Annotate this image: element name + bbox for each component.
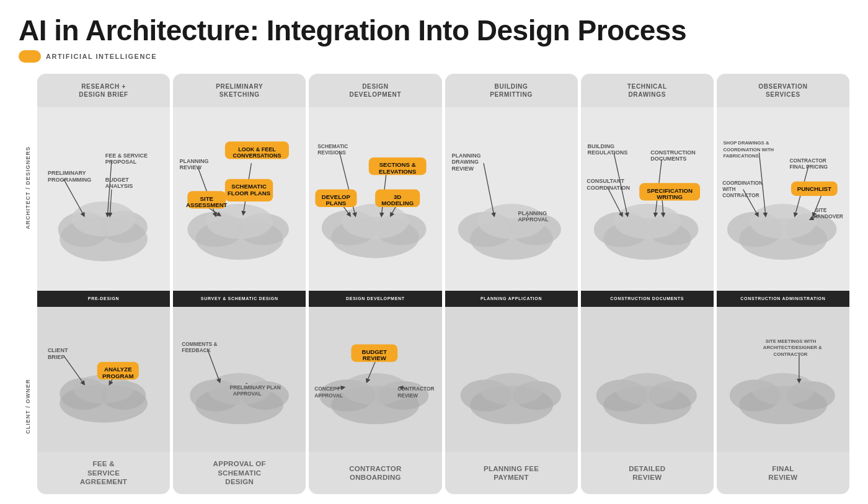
phase6-footer: FINAL REVIEW: [717, 452, 849, 494]
svg-line-4: [64, 179, 84, 214]
svg-text:HANDOVER: HANDOVER: [813, 213, 843, 219]
svg-text:PLANS: PLANS: [326, 200, 347, 206]
phase6-header: OBSERVATION SERVICES: [717, 74, 849, 107]
svg-text:CONTRACTOR: CONTRACTOR: [722, 192, 759, 198]
phase2-arch: LOOK & FEEL CONVERSATIONS SCHEMATIC FLOO…: [173, 107, 306, 291]
phase1-header: RESEARCH + DESIGN BRIEF: [37, 74, 170, 107]
svg-text:CONSTRUCTION: CONSTRUCTION: [650, 149, 696, 155]
phase4-band: PLANNING APPLICATION: [445, 291, 578, 307]
phase-card-1: RESEARCH + DESIGN BRIEF: [37, 74, 170, 494]
svg-point-3: [72, 201, 136, 236]
phase-card-5: TECHNICAL DRAWINGS: [581, 74, 714, 494]
phase1-client: CLIENT BRIEF ANALYZE PROGRAM: [37, 307, 170, 452]
svg-point-99: [479, 373, 543, 405]
client-row-label: CLIENT / OWNER: [19, 319, 37, 494]
svg-text:CONTRACTOR: CONTRACTOR: [397, 386, 434, 392]
svg-text:FINAL PRICING: FINAL PRICING: [789, 164, 828, 170]
svg-text:LOOK & FEEL: LOOK & FEEL: [238, 146, 276, 152]
svg-point-27: [206, 203, 273, 239]
svg-text:APPROVAL: APPROVAL: [233, 391, 262, 397]
row-labels: ARCHITECT / DESIGNERS CLIENT / OWNER: [19, 74, 37, 494]
page-container: AI in Architecture: Integration Into Des…: [0, 0, 868, 504]
svg-text:REVIEW: REVIEW: [451, 165, 474, 171]
svg-text:FLOOR PLANS: FLOOR PLANS: [228, 189, 271, 196]
phase4-client: [445, 307, 578, 452]
svg-text:SITE: SITE: [815, 206, 826, 213]
phase2-client: COMMENTS & FEEDBACK PRELIMINARY PLAN APP…: [173, 307, 306, 452]
svg-text:REVIEW: REVIEW: [363, 355, 387, 361]
svg-text:BUILDING: BUILDING: [587, 143, 614, 149]
phase-card-4: BUILDING PERMITTING: [445, 74, 578, 494]
svg-text:COORDINATION: COORDINATION: [587, 184, 630, 190]
svg-text:COMMENTS &: COMMENTS &: [182, 341, 217, 347]
phase2-band: SURVEY & SCHEMATIC DESIGN: [173, 291, 306, 307]
svg-text:CONTRACTOR: CONTRACTOR: [789, 157, 826, 163]
phase1-footer: FEE & SERVICE AGREEMENT: [37, 452, 170, 494]
svg-line-106: [607, 187, 621, 214]
phase4-footer: PLANNING FEE PAYMENT: [445, 452, 578, 494]
svg-point-124: [750, 203, 817, 239]
phase3-client: BUDGET REVIEW CONCEPT APPROVAL CONTRACTO…: [309, 307, 441, 452]
svg-text:WITH: WITH: [722, 186, 735, 192]
phase3-footer: CONTRACTOR ONBOARDING: [309, 452, 441, 494]
phase-card-2: PRELIMINARY SKETCHING: [173, 74, 306, 494]
phase1-arch: PRELIMINARY PROGRAMMING FEE & SERVICE PR…: [37, 107, 170, 291]
svg-line-46: [208, 349, 219, 381]
svg-text:WRITING: WRITING: [657, 193, 683, 200]
phase6-client: SITE MEETINGS WITH ARCHITECT/DESIGNER & …: [717, 307, 849, 452]
ai-legend-pill: [19, 50, 41, 63]
phase3-band: DESIGN DEVELOPMENT: [309, 291, 441, 307]
svg-text:COORDINATION: COORDINATION: [722, 179, 763, 185]
svg-text:CONVERSATIONS: CONVERSATIONS: [233, 153, 281, 159]
svg-text:ELEVATIONS: ELEVATIONS: [379, 167, 417, 174]
ai-legend-text: ARTIFICIAL INTELLIGENCE: [46, 53, 157, 60]
svg-text:ARCHITECT/DESIGNER &: ARCHITECT/DESIGNER &: [763, 345, 822, 350]
svg-text:FEE & SERVICE: FEE & SERVICE: [105, 153, 148, 159]
architect-row-label: ARCHITECT / DESIGNERS: [19, 74, 37, 302]
svg-text:ASSESSMENT: ASSESSMENT: [186, 201, 228, 208]
svg-text:PLANNING: PLANNING: [180, 158, 209, 164]
svg-text:DRAWING: DRAWING: [451, 159, 479, 165]
svg-point-103: [614, 203, 681, 239]
header: AI in Architecture: Integration Into Des…: [19, 15, 849, 69]
phase1-band: PRE-DESIGN: [37, 291, 170, 307]
svg-line-17: [64, 355, 84, 383]
svg-text:PROPOSAL: PROPOSAL: [105, 159, 137, 165]
svg-text:SCHEMATIC: SCHEMATIC: [318, 143, 348, 149]
diagram-main: ARCHITECT / DESIGNERS CLIENT / OWNER RES…: [19, 74, 849, 494]
phase3-arch: SCHEMATIC REVISIONS SECTIONS & ELEVATION…: [309, 107, 441, 291]
svg-text:CONTRACTOR: CONTRACTOR: [773, 351, 807, 356]
phase6-arch: SHOP DRAWINGS & COORDINATION WITH FABRIC…: [717, 107, 849, 291]
svg-line-89: [483, 163, 494, 215]
phase5-footer: DETAILED REVIEW: [581, 452, 714, 494]
band-spacer: [19, 301, 37, 319]
phase2-header: PRELIMINARY SKETCHING: [173, 74, 306, 107]
svg-text:PROGRAM: PROGRAM: [102, 372, 133, 379]
phase-card-6: OBSERVATION SERVICES: [717, 74, 849, 494]
svg-point-55: [342, 203, 409, 239]
phase6-band: CONSTRUCTION ADMINISTRATION: [717, 291, 849, 307]
svg-text:BRIEF: BRIEF: [48, 353, 65, 360]
phase2-footer: APPROVAL OF SCHEMATIC DESIGN: [173, 452, 306, 494]
svg-text:BUDGET: BUDGET: [105, 176, 130, 182]
svg-text:SITE MEETINGS WITH: SITE MEETINGS WITH: [766, 338, 817, 344]
ai-legend: ARTIFICIAL INTELLIGENCE: [19, 50, 849, 63]
svg-text:PUNCHLIST: PUNCHLIST: [797, 185, 831, 192]
svg-point-120: [615, 373, 679, 405]
svg-point-145: [751, 373, 815, 405]
svg-text:DOCUMENTS: DOCUMENTS: [650, 156, 686, 162]
svg-text:FEEDBACK: FEEDBACK: [182, 347, 210, 353]
svg-text:COORDINATION WITH: COORDINATION WITH: [723, 146, 774, 152]
svg-text:FABRICATIONS: FABRICATIONS: [723, 153, 758, 159]
svg-text:ANALYSIS: ANALYSIS: [105, 183, 133, 189]
svg-text:PLANNING: PLANNING: [451, 153, 480, 159]
svg-text:PLANNING: PLANNING: [518, 210, 547, 216]
phase4-arch: PLANNING DRAWING REVIEW PLANNING APPROVA…: [445, 107, 578, 291]
svg-text:PRELIMINARY: PRELIMINARY: [48, 170, 86, 176]
svg-text:REGULATIONS: REGULATIONS: [587, 149, 627, 155]
svg-text:CONSULTANT: CONSULTANT: [587, 178, 624, 184]
svg-text:CONCEPT: CONCEPT: [314, 386, 340, 392]
svg-text:MODELING: MODELING: [381, 200, 414, 206]
svg-text:CLIENT: CLIENT: [48, 347, 68, 353]
columns-grid: RESEARCH + DESIGN BRIEF: [37, 74, 849, 494]
